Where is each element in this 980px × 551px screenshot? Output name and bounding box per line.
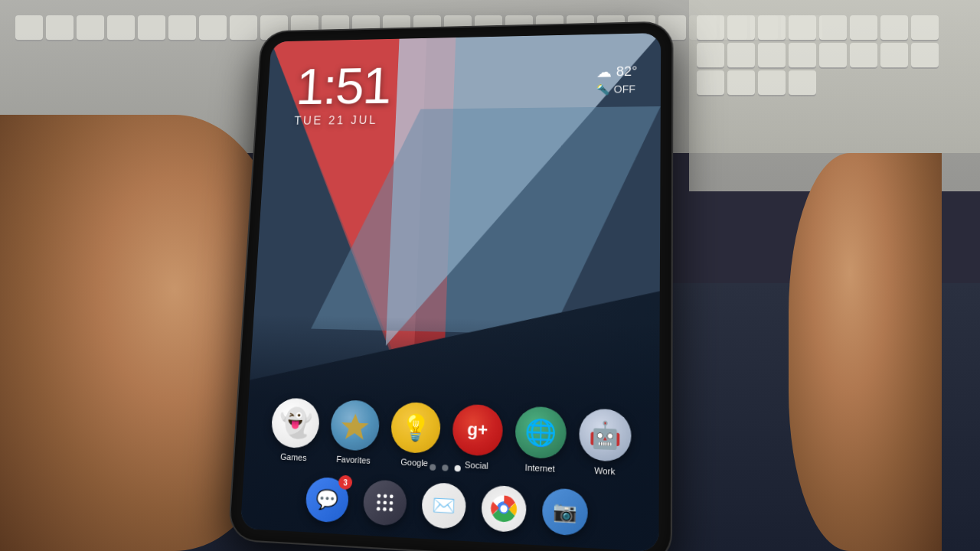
key xyxy=(850,15,877,40)
key xyxy=(758,15,786,40)
key xyxy=(77,15,104,40)
camera-icon-char: 📷 xyxy=(553,500,577,524)
weather-temp-value: 82° xyxy=(616,64,638,80)
svg-point-5 xyxy=(383,500,387,504)
games-icon-char: 👻 xyxy=(278,406,313,440)
clock-date-num: 21 xyxy=(328,114,346,126)
key xyxy=(727,15,755,40)
clock-time: 1:51 xyxy=(295,55,629,112)
internet-icon-char: 🌐 xyxy=(524,416,557,448)
app-games[interactable]: 👻 Games xyxy=(270,397,320,462)
key xyxy=(697,15,724,40)
google-icon-char: 💡 xyxy=(400,412,432,444)
dock-chrome[interactable] xyxy=(481,485,527,533)
key xyxy=(199,15,227,40)
svg-point-7 xyxy=(377,507,381,510)
key xyxy=(850,43,877,67)
key xyxy=(727,43,755,67)
key xyxy=(727,70,755,95)
messages-icon-char: 💬 xyxy=(315,488,339,512)
page-dot-2 xyxy=(442,465,448,471)
key xyxy=(697,43,724,67)
app-internet[interactable]: 🌐 Internet xyxy=(514,406,567,474)
app-work[interactable]: 🤖 Work xyxy=(579,408,632,477)
destiny-logo-icon xyxy=(339,409,371,442)
weather-temperature: ☁ 82° xyxy=(596,63,638,81)
svg-point-3 xyxy=(390,494,394,498)
svg-marker-0 xyxy=(341,413,369,440)
weather-widget: ☁ 82° 🔦 OFF xyxy=(596,63,637,96)
dock-apps-grid[interactable] xyxy=(362,479,407,527)
app-google[interactable]: 💡 Google xyxy=(390,402,441,468)
key xyxy=(107,15,135,40)
key xyxy=(230,15,257,40)
clock-day: TUE xyxy=(294,115,324,127)
games-icon[interactable]: 👻 xyxy=(270,397,320,448)
gmail-icon-char: ✉️ xyxy=(432,494,456,517)
google-icon[interactable]: 💡 xyxy=(390,402,442,454)
phone-screen: 1:51 TUE 21 JUL ☁ 82° 🔦 OFF xyxy=(240,33,661,551)
svg-point-4 xyxy=(377,500,381,504)
key xyxy=(758,70,786,95)
svg-point-2 xyxy=(384,494,387,498)
internet-icon[interactable]: 🌐 xyxy=(514,406,567,459)
flashlight-status: OFF xyxy=(614,83,636,96)
key xyxy=(880,15,908,40)
key xyxy=(758,43,786,67)
weather-cloud-icon: ☁ xyxy=(596,63,612,80)
key xyxy=(697,70,724,95)
key xyxy=(880,43,908,67)
work-icon-char: 🤖 xyxy=(589,419,622,452)
key xyxy=(819,43,847,67)
social-icon[interactable]: g+ xyxy=(452,404,503,457)
key xyxy=(168,15,196,40)
key xyxy=(789,70,816,95)
favorites-icon[interactable] xyxy=(330,399,381,452)
page-dot-3 xyxy=(454,465,460,472)
svg-point-8 xyxy=(383,507,387,511)
page-dot-1 xyxy=(430,464,436,471)
chrome-icon xyxy=(489,494,518,524)
key xyxy=(138,15,165,40)
clock-month: JUL xyxy=(351,114,378,126)
key xyxy=(789,43,816,67)
dock-messages-wrap[interactable]: 💬 3 xyxy=(305,477,349,523)
social-icon-char: g+ xyxy=(467,419,488,441)
svg-point-1 xyxy=(377,494,381,497)
dock-gmail[interactable]: ✉️ xyxy=(421,482,466,530)
key xyxy=(911,43,939,67)
key xyxy=(819,15,847,40)
app-social[interactable]: g+ Social xyxy=(452,404,504,471)
key xyxy=(15,15,43,40)
phone-device: 1:51 TUE 21 JUL ☁ 82° 🔦 OFF xyxy=(229,22,671,551)
weather-flashlight: 🔦 OFF xyxy=(596,83,637,95)
flashlight-icon: 🔦 xyxy=(596,83,609,96)
svg-point-9 xyxy=(389,507,393,511)
keyboard-keys-right xyxy=(689,8,972,103)
app-favorites[interactable]: Favorites xyxy=(329,399,381,465)
clock-widget: 1:51 TUE 21 JUL xyxy=(294,55,630,127)
messages-badge: 3 xyxy=(338,475,353,490)
work-icon[interactable]: 🤖 xyxy=(579,408,632,462)
key xyxy=(911,15,939,40)
hand-right xyxy=(789,153,942,551)
key xyxy=(46,15,74,40)
svg-point-6 xyxy=(390,501,394,505)
apps-grid-icon xyxy=(374,491,396,515)
dock-camera[interactable]: 📷 xyxy=(542,487,588,536)
key xyxy=(789,15,816,40)
